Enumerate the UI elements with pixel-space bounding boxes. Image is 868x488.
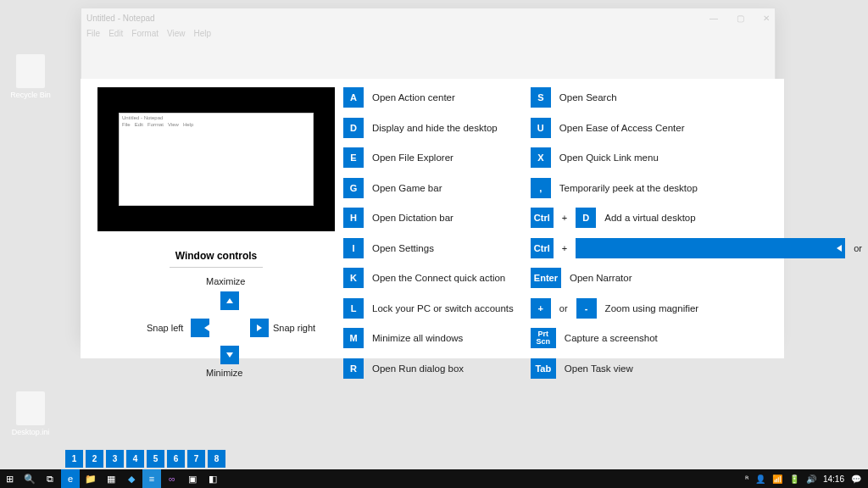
menu-edit[interactable]: Edit [108,29,123,38]
key-tab: Tab [531,358,556,379]
menu-view[interactable]: View [167,29,186,38]
app-icon-4[interactable]: ◧ [203,469,222,488]
recycle-bin-icon[interactable]: Recycle Bin [5,54,56,99]
menu-format[interactable]: Format [131,29,159,38]
volume-icon[interactable]: 🔊 [806,474,816,484]
tray-chevron-icon[interactable]: ᴿ [745,474,748,484]
shortcut-desc: Open Quick Link menu [559,152,659,163]
chevron-left-icon [191,324,209,331]
numkey-8: 8 [208,450,225,468]
key-arrow-left [576,238,845,258]
edge-icon[interactable]: e [61,469,80,488]
shortcut-column-2: SOpen Search UOpen Ease of Access Center… [531,87,868,350]
arrow-left-key [191,319,209,337]
menu-help[interactable]: Help [194,29,212,38]
app-icon[interactable]: ▦ [102,469,120,488]
demo-thumbnail: Untitled - Notepad File Edit Format View… [97,87,335,231]
shortcut-desc: Capture a screenshot [565,333,658,343]
shortcut-desc: Open Run dialog box [372,363,464,374]
key-enter: Enter [531,268,561,288]
plus-text: + [562,213,567,223]
key-e: E [343,147,364,168]
trash-icon [16,54,45,88]
shortcut-desc: Temporarily peek at the desktop [559,183,698,193]
shortcut-desc: Open Game bar [372,183,442,193]
plus-text: + [562,243,567,253]
shortcut-desc: Display and hide the desktop [372,123,498,133]
file-explorer-icon[interactable]: 📁 [81,469,100,488]
close-icon[interactable]: ✕ [763,14,770,23]
key-h: H [343,208,364,228]
app-icon-3[interactable]: ▣ [183,469,202,488]
taskbar[interactable]: ⊞ 🔍 ⧉ e 📁 ▦ ◆ ≡ ∞ ▣ ◧ ᴿ 👤 📶 🔋 🔊 14:16 💬 [0,469,868,488]
shortcut-row: AOpen Action center [343,87,514,108]
numkey-6: 6 [167,450,185,468]
key-d2: D [576,208,596,228]
numkey-2: 2 [86,450,103,468]
key-g: G [343,178,364,198]
key-ctrl: Ctrl [531,208,554,228]
shortcut-desc: Lock your PC or switch accounts [372,303,514,313]
or-text: or [559,303,568,313]
vscode-icon[interactable]: ≡ [142,469,161,488]
minimize-icon[interactable]: — [709,14,718,23]
key-s: S [531,87,551,108]
shortcut-desc: Open Ease of Access Center [559,123,685,133]
shortcut-desc: Open Search [559,92,617,103]
menu-file[interactable]: File [86,29,100,38]
app-icon-2[interactable]: ◆ [122,469,141,488]
numkey-3: 3 [106,450,124,468]
chevron-up-icon [226,298,233,303]
key-comma: , [531,178,551,198]
numkey-5: 5 [147,450,164,468]
key-m: M [343,328,364,348]
chevron-right-icon [257,324,262,331]
notifications-icon[interactable]: 💬 [851,474,861,484]
key-i: I [343,238,364,258]
shortcut-desc: Zoom using magnifier [605,303,699,313]
start-button[interactable]: ⊞ [0,469,19,488]
people-icon[interactable]: 👤 [755,474,765,484]
key-plus: + [531,298,551,319]
maximize-label: Maximize [206,276,245,286]
divider [170,267,263,268]
wifi-icon[interactable]: 📶 [772,474,782,484]
shortcut-desc: Minimize all windows [372,333,463,343]
arrow-right-key [250,319,269,337]
snap-left-label: Snap left [147,323,183,333]
key-prtscn: Prt Scn [531,328,556,348]
visual-studio-icon[interactable]: ∞ [163,469,181,488]
snap-right-label: Snap right [273,323,315,333]
shortcut-desc: Open Action center [372,92,455,103]
notepad-title: Untitled - Notepad [86,14,155,23]
maximize-icon[interactable]: ▢ [737,14,744,23]
battery-icon[interactable]: 🔋 [789,474,799,484]
desktop-ini-icon[interactable]: Desktop.ini [5,391,56,436]
arrow-up-key [220,291,239,310]
numkey-7: 7 [187,450,205,468]
clock[interactable]: 14:16 [823,474,844,484]
numkey-1: 1 [65,450,83,468]
taskbar-number-hints: 1 2 3 4 5 6 7 8 [65,450,225,468]
chevron-down-icon [226,352,233,358]
file-icon [16,391,45,425]
key-u: U [531,118,551,138]
key-d: D [343,118,364,138]
key-minus: - [576,298,597,319]
key-a: A [343,87,364,108]
shortcut-desc: Add a virtual desktop [604,213,695,223]
key-r: R [343,358,364,379]
window-controls-heading: Window controls [97,250,335,262]
numkey-4: 4 [126,450,144,468]
desktop-ini-label: Desktop.ini [5,428,56,436]
window-controls-diagram: Maximize Snap left Snap right Minimize [97,276,335,395]
window-controls: — ▢ ✕ [709,14,770,23]
demo-title: Untitled - Notepad [120,114,313,122]
shortcut-desc: Open Settings [372,243,434,253]
notepad-menu: File Edit Format View Help [81,27,775,40]
search-icon[interactable]: 🔍 [20,469,39,488]
key-k: K [343,268,364,288]
shortcut-desc: Open Task view [565,363,633,374]
task-view-icon[interactable]: ⧉ [41,469,59,488]
shortcut-desc: Open File Explorer [372,152,453,163]
